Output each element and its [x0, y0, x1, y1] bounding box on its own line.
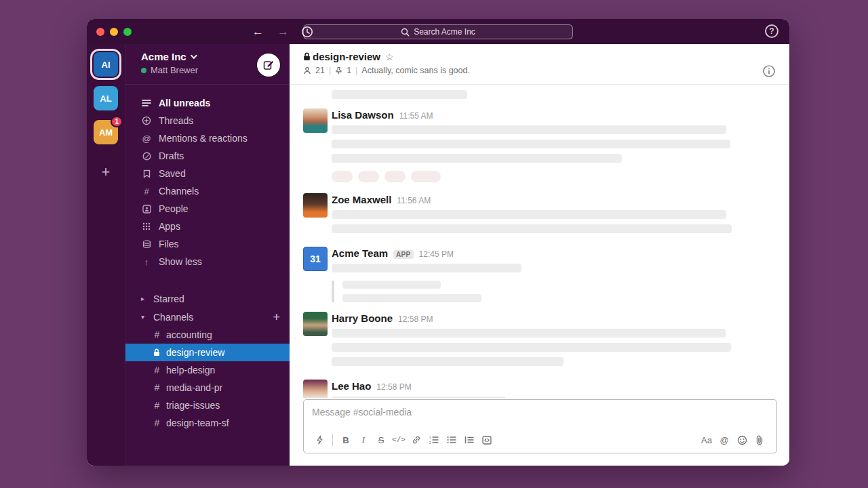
avatar[interactable]: [303, 108, 328, 133]
workspace-name: Acme Inc: [141, 51, 186, 62]
search-input[interactable]: Search Acme Inc: [303, 24, 573, 39]
sidebar-item-threads[interactable]: Threads: [125, 112, 290, 129]
text-format-toggle-button[interactable]: Aa: [698, 432, 715, 448]
member-count[interactable]: 21: [315, 66, 325, 75]
sidebar-item-people[interactable]: People: [125, 200, 290, 218]
channel-topic[interactable]: Actually, comic sans is good.: [361, 66, 470, 75]
sidebar-item-all-unreads[interactable]: All unreads: [125, 94, 290, 112]
history-back-button[interactable]: ←: [252, 26, 264, 37]
compose-icon: [263, 60, 274, 70]
title-bar: ← → Search Acme Inc ?: [87, 19, 789, 44]
unreads-icon: [141, 99, 152, 107]
code-block-icon: [482, 436, 492, 445]
link-button[interactable]: [408, 432, 425, 448]
channel-accounting[interactable]: # accounting: [125, 326, 290, 344]
blockquote-button[interactable]: [460, 432, 478, 448]
sidebar-item-apps[interactable]: Apps: [125, 218, 290, 235]
message-timestamp[interactable]: 12:58 PM: [376, 382, 411, 392]
sidebar-item-files[interactable]: Files: [125, 235, 290, 253]
channel-design-team-sf[interactable]: # design-team-sf: [125, 414, 290, 432]
avatar[interactable]: [303, 380, 328, 398]
zoom-window-button[interactable]: [123, 28, 132, 36]
pin-count[interactable]: 1: [347, 66, 351, 75]
channel-triage-issues[interactable]: # triage-issues: [125, 396, 290, 414]
bullet-list-icon: [447, 436, 456, 444]
add-workspace-button[interactable]: +: [102, 163, 111, 181]
sidebar-nav: All unreads Threads @ Mentions & reactio…: [125, 85, 290, 432]
channel-info-button[interactable]: [762, 58, 776, 84]
section-starred[interactable]: ▸ Starred: [125, 289, 290, 308]
sidebar-item-saved[interactable]: Saved: [125, 165, 290, 182]
emoji-icon: [737, 435, 747, 445]
help-button[interactable]: ?: [765, 24, 778, 38]
app-badge: APP: [393, 250, 413, 259]
lock-icon: [303, 52, 311, 61]
window-controls: [96, 28, 132, 36]
attach-file-button[interactable]: [751, 432, 768, 448]
italic-button[interactable]: I: [355, 432, 372, 448]
new-message-button[interactable]: [257, 54, 280, 77]
search-icon: [401, 28, 410, 37]
mention-button[interactable]: @: [715, 432, 733, 448]
hash-icon: #: [153, 382, 161, 393]
reaction-pill[interactable]: [411, 171, 441, 182]
minimize-window-button[interactable]: [110, 28, 118, 36]
bold-button[interactable]: B: [337, 432, 355, 448]
message-author[interactable]: Lisa Dawson: [332, 109, 394, 121]
sidebar-item-drafts[interactable]: Drafts: [125, 147, 290, 165]
ordered-list-button[interactable]: 12: [425, 432, 443, 448]
channel-design-review[interactable]: design-review: [125, 344, 290, 361]
message-timestamp[interactable]: 11:56 AM: [397, 196, 431, 205]
workspace-switcher-al[interactable]: AL: [94, 86, 118, 110]
avatar[interactable]: [303, 193, 328, 218]
redacted-text-bar: [332, 210, 726, 219]
message-author[interactable]: Lee Hao: [332, 380, 371, 392]
workspace-rail: AI AL AM 1 +: [87, 44, 125, 466]
code-block-button[interactable]: [478, 432, 496, 448]
reaction-pill[interactable]: [332, 171, 353, 182]
redacted-text-bar: [342, 294, 481, 302]
sidebar-item-mentions[interactable]: @ Mentions & reactions: [125, 129, 290, 147]
message-author[interactable]: Harry Boone: [332, 312, 393, 324]
link-icon: [412, 435, 421, 445]
workspace-menu[interactable]: Acme Inc Matt Brewer: [141, 51, 198, 84]
pin-icon: [335, 66, 342, 75]
message-timestamp[interactable]: 12:45 PM: [419, 249, 454, 259]
strikethrough-button[interactable]: S: [372, 432, 390, 448]
arrow-up-icon: ↑: [141, 257, 152, 267]
calendar-app-avatar[interactable]: 31: [303, 247, 328, 271]
calendar-day-number: 31: [310, 253, 321, 264]
hash-icon: #: [153, 418, 161, 428]
files-icon: [141, 240, 152, 249]
sidebar-item-channels[interactable]: # Channels: [125, 182, 290, 200]
reaction-pill[interactable]: [384, 171, 406, 182]
main-panel: design-review ☆ 21 | 1 | Actually, comic…: [290, 44, 789, 466]
formatting-toolbar: B I S </> 12: [304, 430, 776, 453]
message-input[interactable]: [304, 400, 776, 430]
close-window-button[interactable]: [96, 28, 104, 36]
inline-code-button[interactable]: </>: [390, 432, 408, 448]
workspace-switcher-am[interactable]: AM 1: [94, 120, 118, 144]
message-composer: B I S </> 12: [303, 399, 777, 453]
star-channel-button[interactable]: ☆: [385, 52, 394, 62]
message-author[interactable]: Zoe Maxwell: [332, 194, 391, 205]
channel-help-design[interactable]: # help-design: [125, 361, 290, 379]
workspace-switcher-ai[interactable]: AI: [94, 52, 118, 77]
svg-text:1: 1: [429, 436, 431, 439]
sidebar-item-show-less[interactable]: ↑ Show less: [125, 253, 290, 270]
message-timestamp[interactable]: 12:58 PM: [398, 314, 433, 324]
apps-grid-icon: [141, 222, 152, 230]
reaction-pill[interactable]: [358, 171, 379, 182]
emoji-button[interactable]: [733, 432, 751, 448]
message-author[interactable]: Acme Team: [332, 247, 388, 259]
bullet-list-button[interactable]: [443, 432, 460, 448]
sidebar: Acme Inc Matt Brewer A: [125, 44, 290, 466]
avatar[interactable]: [303, 312, 328, 336]
add-channel-button[interactable]: +: [273, 311, 280, 323]
shortcuts-button[interactable]: [311, 432, 328, 448]
section-channels[interactable]: ▾ Channels +: [125, 308, 290, 326]
message-timestamp[interactable]: 11:55 AM: [399, 111, 433, 121]
history-forward-button[interactable]: →: [277, 26, 289, 37]
workspace-initials: AL: [100, 94, 111, 104]
channel-media-and-pr[interactable]: # media-and-pr: [125, 379, 290, 396]
